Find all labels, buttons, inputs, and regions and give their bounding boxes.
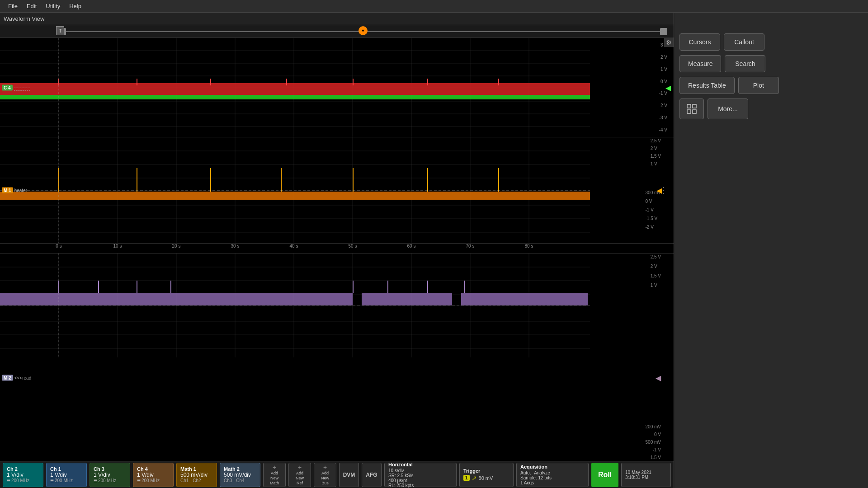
trigger-mv: 80 mV	[479, 475, 493, 481]
bottom-bar: Ch 2 1 V/div ☰ 200 MHz Ch 1 1 V/div ☰ 20…	[0, 461, 674, 488]
horizontal-sdiv: 10 s/div	[388, 468, 453, 473]
ch2-bw: 200 MHz	[11, 478, 29, 483]
ch4-control[interactable]: Ch 4 1 V/div ☰ 200 MHz	[133, 463, 174, 487]
trigger-title: Trigger	[463, 468, 509, 474]
t-cursor-marker: T	[56, 26, 64, 35]
right-panel: Add New... Cursors Callout Measure Searc…	[674, 13, 868, 488]
math2-name: Math 2	[224, 466, 256, 472]
right-btn-row-2: Measure Search	[679, 55, 868, 72]
svg-rect-69	[362, 293, 452, 305]
grid-icon-button[interactable]	[679, 99, 704, 119]
ch4-bw: 200 MHz	[142, 478, 160, 483]
ch2-control[interactable]: Ch 2 1 V/div ☰ 200 MHz	[3, 463, 43, 487]
c4-level-arrow[interactable]: ◀	[665, 83, 671, 92]
m2-name: <<<read	[14, 375, 32, 380]
timeline-range[interactable]: ◁ ▼	[59, 27, 667, 36]
plot-button[interactable]: Plot	[738, 77, 779, 94]
acq-analyze: Analyze	[534, 470, 550, 475]
add-new-math-button[interactable]: + AddNewMath	[263, 463, 286, 487]
svg-rect-83	[687, 110, 691, 113]
math1-name: Math 1	[180, 466, 213, 472]
trigger-ch-badge: 1	[463, 475, 470, 481]
m1-label: M 1 heater	[2, 188, 27, 193]
ch4-vdiv: 1 V/div	[137, 472, 170, 478]
timeline-handle-right[interactable]	[660, 28, 667, 35]
dvm-button[interactable]: DVM	[339, 463, 359, 487]
horizontal-panel[interactable]: Horizontal 10 s/div SR: 2.5 kS/s 400 μs/…	[384, 463, 457, 487]
grid-area-3	[0, 253, 674, 461]
horizontal-rl: RL: 250 kpts	[388, 483, 453, 488]
grid-area-1	[0, 38, 674, 137]
waveform-container: Waveform View ◁ ▼ T	[0, 13, 674, 488]
c4-dashes: -----------	[14, 84, 31, 90]
waveform-title: Waveform View	[0, 13, 674, 25]
menu-help[interactable]: Help	[65, 1, 86, 11]
trigger-panel[interactable]: Trigger 1 ↗ 80 mV	[459, 463, 514, 487]
right-btn-row-1: Cursors Callout	[679, 33, 868, 51]
math1-control[interactable]: Math 1 500 mV/div Ch1 - Ch2	[176, 463, 217, 487]
svg-rect-84	[693, 110, 696, 113]
ch2-name: Ch 2	[7, 466, 39, 472]
c4-badge: C 4	[2, 84, 13, 90]
math1-extra: Ch1 - Ch2	[180, 478, 213, 483]
acquisition-panel[interactable]: Acquisition Auto, Analyze Sample: 12 bit…	[516, 463, 589, 487]
horizontal-title: Horizontal	[388, 462, 453, 467]
waveform-area-2: M 1 heater ⋮ ◀ 2.5 V 2 V 1.5 V 1 V 300 m…	[0, 137, 674, 244]
m2-badge: M 2	[2, 375, 13, 381]
m2-level-arrow[interactable]: ◀	[656, 374, 661, 382]
svg-rect-81	[687, 104, 691, 108]
time-label: 3:10:31 PM	[625, 475, 667, 480]
math1-vdiv: 500 mV/div	[180, 472, 213, 478]
ch1-bw: 200 MHz	[55, 478, 73, 483]
time-axis: 0 s 10 s 20 s 30 s 40 s 50 s 60 s 70 s 8…	[0, 244, 674, 253]
acq-sample: Sample: 12 bits	[520, 475, 585, 480]
menu-edit[interactable]: Edit	[22, 1, 41, 11]
right-btn-row-4: More...	[679, 99, 868, 119]
svg-rect-82	[693, 104, 696, 108]
ch2-vdiv: 1 V/div	[7, 472, 39, 478]
svg-rect-42	[0, 192, 590, 200]
waveform-area-1: C 4 ----------- ◀ 3 V 2 V 1 V 0 V -1 V -…	[0, 38, 674, 137]
roll-button[interactable]: Roll	[591, 463, 618, 487]
svg-rect-70	[461, 293, 588, 305]
waveform-area-3: M 2 <<<read ◀ 2.5 V 2 V 1.5 V 1 V 200 mV…	[0, 253, 674, 461]
m1-name: heater	[14, 188, 27, 193]
menu-file[interactable]: File	[4, 1, 22, 11]
acq-mode: Auto,	[520, 470, 531, 475]
search-button[interactable]: Search	[725, 55, 765, 72]
add-new-bar: Add New...	[679, 18, 868, 29]
results-table-button[interactable]: Results Table	[679, 77, 735, 94]
ch1-name: Ch 1	[50, 466, 83, 472]
menu-utility[interactable]: Utility	[41, 1, 65, 11]
acq-acqs: 1 Acqs	[520, 480, 585, 485]
horizontal-pts: 400 μs/pt	[388, 478, 453, 483]
acq-mode-row: Auto, Analyze	[520, 470, 585, 475]
timeline-ruler: ◁ ▼ T	[0, 25, 674, 38]
menu-bar: File Edit Utility Help	[0, 0, 868, 13]
ch1-control[interactable]: Ch 1 1 V/div ☰ 200 MHz	[46, 463, 87, 487]
svg-rect-17	[0, 95, 590, 99]
m2-label: M 2 <<<read	[2, 375, 31, 381]
trigger-arrow: ↗	[472, 474, 477, 482]
add-new-ref-button[interactable]: + AddNewRef	[288, 463, 311, 487]
ch3-bw: 200 MHz	[98, 478, 116, 483]
cursors-button[interactable]: Cursors	[679, 33, 720, 51]
area2-menu[interactable]: ⋮	[659, 185, 667, 195]
math2-control[interactable]: Math 2 500 mV/div Ch3 - Ch4	[220, 463, 260, 487]
afg-button[interactable]: AFG	[362, 463, 382, 487]
more-button[interactable]: More...	[708, 99, 748, 119]
ch3-control[interactable]: Ch 3 1 V/div ☰ 200 MHz	[90, 463, 130, 487]
timeline-center-marker[interactable]: ▼	[359, 26, 368, 35]
acq-title: Acquisition	[520, 464, 585, 469]
waveform-title-label: Waveform View	[4, 15, 44, 22]
measure-button[interactable]: Measure	[679, 55, 721, 72]
add-new-bus-button[interactable]: + AddNewBus	[314, 463, 336, 487]
c4-label: C 4 -----------	[2, 84, 30, 90]
svg-rect-16	[0, 83, 590, 95]
datetime-panel: 10 May 2021 3:10:31 PM	[621, 463, 671, 487]
grid-icon	[686, 103, 697, 114]
math2-extra: Ch3 - Ch4	[224, 478, 256, 483]
grid-area-2	[0, 137, 674, 243]
ch3-vdiv: 1 V/div	[94, 472, 126, 478]
callout-button[interactable]: Callout	[724, 33, 764, 51]
